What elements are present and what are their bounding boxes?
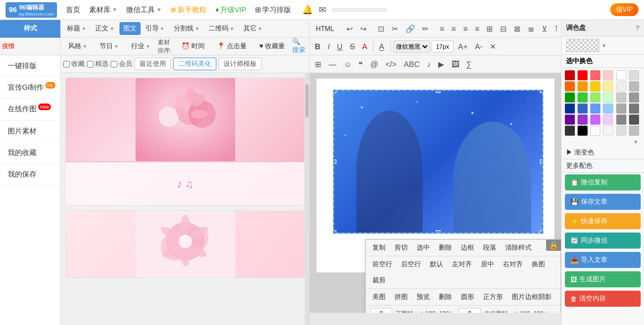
color-swatch[interactable]: [603, 126, 613, 136]
color-swatch[interactable]: [578, 70, 588, 80]
align-justify-icon[interactable]: ≡: [472, 22, 482, 35]
sidebar-item-shoucang[interactable]: 我的收藏: [0, 142, 60, 164]
align-left-icon[interactable]: ≡: [437, 22, 447, 35]
selected-image-element[interactable]: [333, 90, 543, 234]
search-area[interactable]: 🔍 搜索: [292, 38, 307, 55]
color-swatch[interactable]: [590, 115, 600, 125]
color-swatch[interactable]: [629, 104, 639, 114]
filter-sort-clicks[interactable]: 📍 点击量: [212, 40, 252, 53]
filter-style[interactable]: 风格 ▼: [63, 40, 92, 53]
sidebar-item-yipai[interactable]: 一键排版: [0, 55, 60, 77]
sidebar-item-baocun[interactable]: 我的保存: [0, 164, 60, 185]
color-swatch[interactable]: [590, 81, 600, 91]
align-center-icon[interactable]: ≡: [449, 22, 459, 35]
indent-icon[interactable]: ⊞: [484, 22, 496, 35]
color-swatch[interactable]: [565, 104, 575, 114]
resize-handle-br[interactable]: [540, 230, 543, 234]
ctx-preview[interactable]: 预览: [414, 291, 432, 303]
emoji-icon[interactable]: ☺: [341, 58, 354, 71]
copy-format-icon[interactable]: ⊡: [375, 22, 387, 35]
mail-icon[interactable]: ✉: [319, 4, 326, 15]
color-swatch[interactable]: [565, 126, 575, 136]
question-icon[interactable]: ?: [636, 24, 640, 32]
lock-icon[interactable]: 🔒: [546, 240, 561, 251]
sidebar-item-xuanchuan[interactable]: 宣传Gi制作vip: [0, 77, 60, 99]
color-swatch[interactable]: [603, 104, 613, 114]
color-swatch[interactable]: [629, 92, 639, 102]
collect-checkbox[interactable]: [63, 61, 70, 68]
ctx-border[interactable]: 边框: [459, 242, 476, 254]
filter-qrcode-beauty[interactable]: 二维码美化: [173, 58, 216, 70]
hr-icon[interactable]: —: [326, 58, 339, 71]
code-icon[interactable]: </>: [383, 58, 399, 71]
resize-handle-bl[interactable]: [333, 230, 336, 234]
font-family-select[interactable]: 微软雅黑: [393, 40, 430, 53]
generate-image-button[interactable]: 🖼 生成图片: [565, 271, 641, 287]
video-icon[interactable]: ▶: [435, 58, 447, 71]
sync-wechat-button[interactable]: 🔄 同步微信: [565, 233, 641, 249]
music-icon[interactable]: ♪: [424, 58, 434, 71]
sidebar-item-zuotu[interactable]: 在线作图new: [0, 99, 60, 120]
resize-handle-tm[interactable]: [436, 90, 440, 93]
cut-icon[interactable]: ✂: [389, 22, 401, 35]
color-swatch[interactable]: [616, 104, 626, 114]
ctx-shadow[interactable]: 图片边框阴影: [510, 291, 554, 303]
template-thumb-1[interactable]: ♪ ♫: [65, 78, 305, 206]
increase-icon[interactable]: ⊺: [552, 22, 561, 35]
ctx-copy[interactable]: 复制: [370, 242, 388, 254]
color-swatch[interactable]: [629, 126, 639, 136]
color-swatch[interactable]: [629, 81, 639, 91]
ctx-collage[interactable]: 拼图: [392, 291, 410, 303]
ctx-delete2[interactable]: 删除: [437, 291, 454, 303]
color-arrow[interactable]: ▼: [601, 43, 607, 49]
filter-vip[interactable]: 会员: [111, 59, 132, 69]
filter-sort-time[interactable]: ⏰ 时间: [176, 40, 210, 53]
color-swatch[interactable]: [578, 92, 588, 102]
color-swatch[interactable]: [616, 81, 626, 91]
color-swatch[interactable]: [590, 126, 600, 136]
color-swatch[interactable]: [590, 70, 600, 80]
tab-graphic[interactable]: 图文: [120, 22, 141, 35]
color-preview[interactable]: [566, 39, 599, 52]
underline-button[interactable]: U: [334, 40, 345, 53]
font-size-down-btn[interactable]: A-: [472, 40, 485, 53]
flip-value-input[interactable]: [459, 308, 481, 313]
align-right-icon[interactable]: ≡: [460, 22, 470, 35]
undo-button[interactable]: ↩: [344, 22, 356, 35]
color-swatch[interactable]: [629, 70, 639, 80]
nav-home[interactable]: 首页: [66, 5, 80, 15]
color-swatch[interactable]: [565, 81, 575, 91]
color-swatch[interactable]: [590, 92, 600, 102]
ctx-square[interactable]: 正方形: [481, 291, 505, 303]
ctx-cut[interactable]: 剪切: [392, 242, 410, 254]
html-toggle[interactable]: HTML: [312, 23, 338, 34]
tab-guide[interactable]: 引导▼: [142, 22, 169, 35]
resize-handle-mr[interactable]: [540, 159, 543, 164]
special-chars-icon[interactable]: @: [367, 58, 381, 71]
resize-handle-tr[interactable]: [540, 90, 543, 93]
featured-checkbox[interactable]: [87, 61, 94, 68]
ctx-prev-row[interactable]: 前空行: [370, 259, 394, 270]
filter-recent[interactable]: 最近使用: [134, 58, 171, 70]
color-swatch[interactable]: [603, 70, 613, 80]
color-swatch[interactable]: [578, 81, 588, 91]
ul-icon[interactable]: ≣: [525, 22, 537, 35]
color-swatch[interactable]: [565, 92, 575, 102]
vip-button[interactable]: 领VIP: [610, 3, 638, 16]
format-clear-icon[interactable]: ✕: [487, 40, 499, 53]
filter-sort-fav[interactable]: ♥ 收藏量: [255, 40, 290, 53]
color-swatch[interactable]: [616, 70, 626, 80]
tab-normal[interactable]: 正文▼: [91, 22, 118, 35]
save-article-button[interactable]: 💾 保存文章: [565, 194, 641, 210]
color-swatch[interactable]: [603, 92, 613, 102]
ctx-align-right[interactable]: 右对齐: [501, 259, 525, 270]
nav-material[interactable]: 素材库 ▼: [89, 5, 117, 15]
resize-handle-tl[interactable]: [333, 90, 336, 93]
ctx-align-center[interactable]: 居中: [479, 259, 496, 270]
rotate-value-input[interactable]: [370, 308, 392, 313]
color-swatch[interactable]: [578, 104, 588, 114]
color-swatch[interactable]: [616, 115, 626, 125]
resize-handle-ml[interactable]: [333, 159, 336, 164]
clear-content-button[interactable]: 🗑 清空内容: [565, 291, 641, 307]
color-swatch[interactable]: [578, 126, 588, 136]
